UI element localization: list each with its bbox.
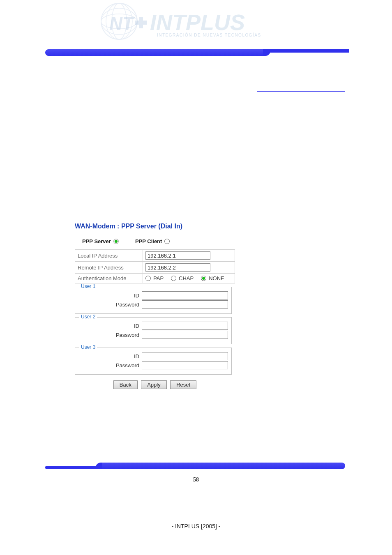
back-button[interactable]: Back <box>113 380 138 389</box>
auth-mode-label: Authentication Mode <box>75 274 143 283</box>
ppp-client-radio[interactable] <box>164 239 170 244</box>
user1-id-label: ID <box>134 292 139 299</box>
auth-chap-radio[interactable] <box>171 276 176 281</box>
apply-button[interactable]: Apply <box>141 380 167 389</box>
user2-password-input[interactable] <box>142 331 228 339</box>
user2-id-label: ID <box>134 323 139 329</box>
user3-fieldset: User 3 ID Password <box>75 348 232 375</box>
user1-legend: User 1 <box>79 283 97 289</box>
underline-rule <box>257 91 345 92</box>
reset-button[interactable]: Reset <box>170 380 196 389</box>
user1-fieldset: User 1 ID Password <box>75 287 232 314</box>
button-row: Back Apply Reset <box>75 380 235 389</box>
remote-ip-input[interactable] <box>145 263 210 272</box>
user2-password-label: Password <box>116 332 139 338</box>
auth-pap-radio[interactable] <box>145 276 151 281</box>
svg-text:INTEGRACIÓN  DE  NUEVAS  TECNO: INTEGRACIÓN DE NUEVAS TECNOLOGÍAS <box>157 32 261 37</box>
ppp-server-label: PPP Server <box>82 238 111 244</box>
user3-id-label: ID <box>134 353 139 359</box>
page-number: 58 <box>0 477 392 483</box>
user1-id-input[interactable] <box>142 291 228 299</box>
ppp-server-config-panel: WAN-Modem : PPP Server (Dial In) PPP Ser… <box>75 223 235 389</box>
ppp-client-label: PPP Client <box>135 238 162 244</box>
auth-none-label: NONE <box>209 275 224 281</box>
footer-text: - INTPLUS [2005] - <box>0 523 392 530</box>
ppp-server-radio[interactable] <box>113 239 119 244</box>
svg-text:INTPLUS: INTPLUS <box>150 10 245 35</box>
user3-legend: User 3 <box>79 344 97 350</box>
bottom-divider-bar <box>45 463 345 469</box>
intplus-logo-svg: NT INTPLUS INTEGRACIÓN DE NUEVAS TECNOLO… <box>90 2 284 41</box>
ppp-mode-selector: PPP Server PPP Client <box>82 238 235 244</box>
local-ip-label: Local IP Address <box>75 250 143 262</box>
user1-password-label: Password <box>116 302 139 308</box>
user3-password-input[interactable] <box>142 361 228 369</box>
auth-none-radio[interactable] <box>201 276 206 281</box>
user2-fieldset: User 2 ID Password <box>75 317 232 344</box>
auth-mode-options: PAP CHAP NONE <box>145 275 232 281</box>
svg-text:NT: NT <box>109 14 135 34</box>
auth-pap-label: PAP <box>153 275 164 281</box>
auth-chap-label: CHAP <box>179 275 194 281</box>
local-ip-input[interactable] <box>145 251 210 260</box>
remote-ip-label: Remote IP Address <box>75 262 143 274</box>
panel-title: WAN-Modem : PPP Server (Dial In) <box>75 223 235 230</box>
user3-password-label: Password <box>116 362 139 368</box>
brand-logo: NT INTPLUS INTEGRACIÓN DE NUEVAS TECNOLO… <box>90 2 284 41</box>
config-table: Local IP Address Remote IP Address Authe… <box>75 249 235 283</box>
svg-rect-7 <box>135 21 147 25</box>
user2-legend: User 2 <box>79 314 97 320</box>
user2-id-input[interactable] <box>142 322 228 330</box>
user1-password-input[interactable] <box>142 300 228 309</box>
top-divider-bar <box>45 49 345 56</box>
user3-id-input[interactable] <box>142 352 228 360</box>
